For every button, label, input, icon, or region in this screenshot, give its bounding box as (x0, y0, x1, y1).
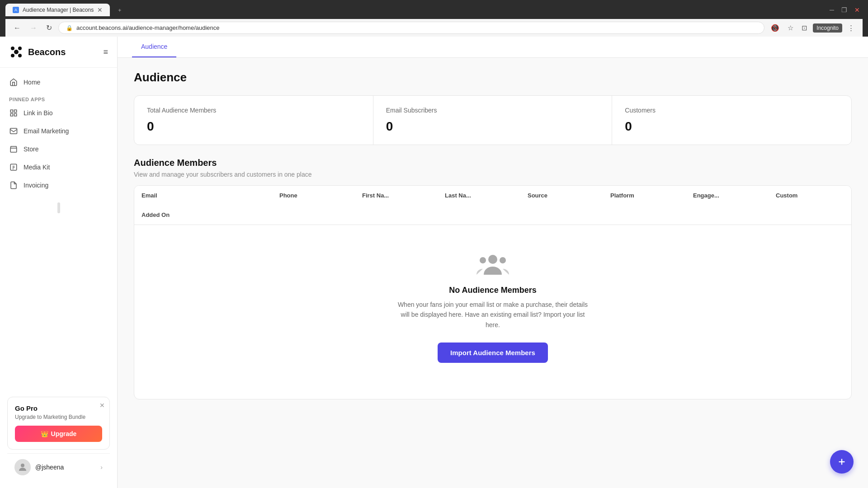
upgrade-icon: 👑 (41, 430, 48, 437)
go-pro-subtitle: Upgrade to Marketing Bundle (15, 414, 102, 420)
tab-close-button[interactable]: ✕ (97, 6, 103, 14)
sidebar-item-home[interactable]: Home (0, 73, 117, 91)
svg-point-14 (21, 464, 24, 467)
stat-card-email-subscribers: Email Subscribers 0 (373, 96, 613, 145)
col-platform: Platform (603, 186, 686, 205)
customers-value: 0 (625, 119, 839, 134)
tab-title: Audience Manager | Beacons (23, 7, 94, 13)
menu-button[interactable]: ⋮ (845, 22, 857, 34)
table-header: Email Phone First Na... Last Na... Sourc… (134, 186, 851, 225)
sidebar-home-label: Home (24, 79, 40, 86)
new-tab-button[interactable]: + (111, 5, 128, 16)
menu-toggle-button[interactable]: ≡ (103, 47, 108, 57)
go-pro-title: Go Pro (15, 404, 102, 412)
section-title: Audience Members (134, 158, 852, 168)
extension-button[interactable]: ⊡ (799, 22, 810, 34)
restore-button[interactable]: ❐ (839, 5, 850, 14)
tab-audience[interactable]: Audience (132, 37, 176, 57)
col-source: Source (520, 186, 603, 205)
col-phone: Phone (272, 186, 355, 205)
browser-chrome: A Audience Manager | Beacons ✕ + ─ ❐ ✕ ←… (0, 0, 868, 37)
page-title: Audience (134, 70, 852, 84)
browser-tabs: A Audience Manager | Beacons ✕ + (5, 4, 128, 16)
fab-button[interactable] (830, 450, 854, 474)
svg-point-16 (480, 257, 486, 263)
pinned-apps-label: PINNED APPS (0, 91, 117, 104)
sidebar-scroll-indicator (0, 200, 117, 216)
main-content: Audience Total Audience Members 0 Email … (118, 58, 868, 488)
url-bar[interactable]: 🔒 account.beacons.ai/audience-manager/ho… (58, 22, 764, 34)
col-last-name: Last Na... (438, 186, 520, 205)
lock-icon: 🔒 (66, 25, 73, 31)
incognito-label: Incognito (816, 25, 839, 31)
sidebar-header: Beacons ≡ (0, 37, 117, 68)
invoicing-icon (9, 181, 18, 190)
svg-point-3 (11, 54, 14, 57)
email-subscribers-value: 0 (386, 119, 599, 134)
profile-button[interactable]: Incognito (813, 23, 842, 33)
user-profile[interactable]: @jsheena › (7, 453, 110, 481)
beacons-logo-icon (9, 45, 24, 59)
empty-state-icon (476, 252, 509, 278)
content-wrapper: Audience Total Audience Members 0 Email … (118, 58, 868, 412)
stats-row: Total Audience Members 0 Email Subscribe… (134, 95, 852, 145)
active-tab[interactable]: A Audience Manager | Beacons ✕ (5, 4, 110, 16)
browser-actions: 📵 ☆ ⊡ Incognito ⋮ (768, 22, 857, 34)
media-kit-icon (9, 163, 18, 172)
tab-favicon: A (13, 7, 19, 13)
fab-icon (837, 457, 847, 467)
tab-audience-label: Audience (141, 43, 167, 50)
sidebar-invoicing-label: Invoicing (24, 182, 48, 189)
go-pro-card: ✕ Go Pro Upgrade to Marketing Bundle 👑 U… (7, 397, 110, 450)
minimize-button[interactable]: ─ (827, 5, 837, 14)
sidebar-item-email-marketing[interactable]: Email Marketing (0, 122, 117, 140)
go-pro-close-button[interactable]: ✕ (99, 402, 105, 409)
empty-state: No Audience Members When your fans join … (134, 225, 851, 399)
logo-text: Beacons (28, 47, 66, 57)
upgrade-button[interactable]: 👑 Upgrade (15, 426, 102, 442)
sidebar-nav: Home PINNED APPS Link in Bio Email Marke… (0, 68, 117, 200)
user-avatar (14, 459, 31, 475)
reload-button[interactable]: ↻ (43, 22, 55, 34)
sidebar: Beacons ≡ Home PINNED APPS Link in Bio (0, 37, 118, 488)
audience-table: Email Phone First Na... Last Na... Sourc… (134, 185, 852, 399)
close-window-button[interactable]: ✕ (852, 5, 863, 14)
right-panel: Audience Audience Total Audience Members… (118, 37, 868, 488)
forward-button[interactable]: → (27, 22, 40, 34)
col-custom: Custom (769, 186, 851, 205)
col-added-on: Added On (134, 205, 272, 225)
svg-point-17 (500, 257, 506, 263)
import-audience-button[interactable]: Import Audience Members (438, 343, 548, 363)
section-subtitle: View and manage your subscribers and cus… (134, 171, 852, 178)
sidebar-item-invoicing[interactable]: Invoicing (0, 176, 117, 194)
top-nav: Audience (118, 37, 868, 58)
sidebar-item-link-in-bio[interactable]: Link in Bio (0, 104, 117, 122)
app: Beacons ≡ Home PINNED APPS Link in Bio (0, 37, 868, 488)
total-audience-label: Total Audience Members (147, 107, 360, 114)
svg-rect-8 (14, 114, 17, 116)
section-header: Audience Members View and manage your su… (134, 158, 852, 178)
empty-state-description: When your fans join your email list or m… (393, 300, 592, 330)
stat-card-customers: Customers 0 (612, 96, 851, 145)
bookmark-button[interactable]: ☆ (785, 22, 796, 34)
svg-point-0 (14, 50, 19, 54)
sidebar-item-store[interactable]: Store (0, 140, 117, 158)
svg-point-1 (11, 47, 14, 50)
scroll-thumb (57, 202, 60, 213)
stat-card-total-audience: Total Audience Members 0 (134, 96, 373, 145)
customers-label: Customers (625, 107, 839, 114)
col-engagement: Engage... (686, 186, 769, 205)
link-in-bio-icon (9, 108, 18, 117)
window-controls: ─ ❐ ✕ (827, 5, 863, 14)
sidebar-item-media-kit[interactable]: Media Kit (0, 158, 117, 176)
svg-point-2 (18, 47, 22, 50)
camera-off-icon[interactable]: 📵 (768, 22, 782, 34)
import-button-label: Import Audience Members (450, 349, 535, 357)
browser-toolbar: ← → ↻ 🔒 account.beacons.ai/audience-mana… (5, 19, 863, 37)
back-button[interactable]: ← (11, 22, 24, 34)
col-email: Email (134, 186, 272, 205)
home-icon (9, 78, 18, 87)
svg-rect-7 (10, 114, 13, 116)
logo-area: Beacons (9, 45, 66, 59)
svg-rect-9 (10, 128, 17, 134)
